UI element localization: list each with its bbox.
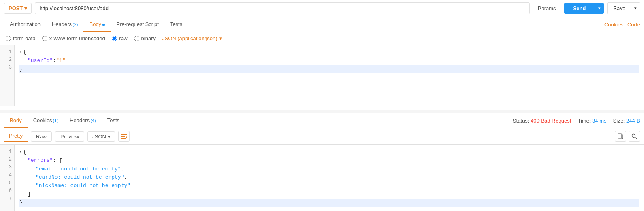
resp-line-3: "email: could not be empty" ,	[19, 165, 639, 174]
panel-divider	[0, 110, 644, 113]
resp-tab-cookies[interactable]: Cookies(1)	[28, 113, 64, 128]
response-code-lines: 1 2 3 4 5 6 7 ▾ { "errors" : [ "email: c…	[0, 145, 644, 211]
params-button[interactable]: Params	[533, 3, 561, 13]
resp-tab-tests[interactable]: Tests	[102, 113, 125, 128]
request-code-lines: 1 2 3 ▾ { "userId" : "1" }	[0, 45, 644, 106]
json-format-label: JSON (application/json)	[162, 35, 218, 41]
time-value: 34 ms	[592, 118, 606, 124]
req-line-2: "userId" : "1"	[19, 57, 639, 65]
method-select[interactable]: POST ▾	[4, 3, 32, 14]
svg-rect-4	[618, 134, 622, 138]
request-tabs: Authorization Headers(2) Body Pre-reques…	[0, 17, 644, 32]
response-format-row: Pretty Raw Preview JSON ▾	[0, 128, 644, 145]
method-chevron-icon: ▾	[24, 5, 27, 11]
format-chevron-icon: ▾	[219, 35, 222, 41]
form-data-radio[interactable]: form-data	[6, 35, 36, 41]
save-button-group: Save ▾	[607, 2, 640, 14]
toggle-arrow-icon: ▾	[19, 49, 22, 56]
top-bar: POST ▾ Params Send ▾ Save ▾	[0, 0, 644, 17]
response-line-numbers: 1 2 3 4 5 6 7	[0, 145, 15, 211]
size-value: 244 B	[626, 118, 640, 124]
response-code-area[interactable]: 1 2 3 4 5 6 7 ▾ { "errors" : [ "email: c…	[0, 145, 644, 211]
resp-line-7: }	[19, 199, 639, 207]
json-format-select[interactable]: JSON (application/json) ▾	[162, 35, 222, 41]
tab-body[interactable]: Body	[83, 17, 111, 32]
request-code-area[interactable]: 1 2 3 ▾ { "userId" : "1" }	[0, 45, 644, 110]
binary-radio[interactable]: binary	[134, 35, 156, 41]
method-label: POST	[9, 5, 23, 11]
send-dropdown-button[interactable]: ▾	[595, 3, 604, 14]
url-input[interactable]	[35, 2, 529, 14]
resp-line-5: "nickName: could not be empty"	[19, 182, 639, 190]
svg-rect-2	[121, 138, 126, 139]
resp-format-chevron-icon: ▾	[108, 133, 111, 140]
preview-button[interactable]: Preview	[55, 131, 84, 142]
resp-right-icons	[615, 131, 640, 142]
response-tabs: Body Cookies(1) Headers(4) Tests Status:…	[0, 113, 644, 128]
send-button-group: Send ▾	[564, 3, 604, 14]
resp-line-1: ▾ {	[19, 148, 639, 157]
status-value: 400 Bad Request	[531, 118, 571, 124]
cookies-link[interactable]: Cookies	[604, 22, 623, 28]
req-line-3: }	[19, 65, 639, 74]
response-code-content: ▾ { "errors" : [ "email: could not be em…	[15, 145, 644, 211]
urlencoded-radio[interactable]: x-www-form-urlencoded	[42, 35, 105, 41]
resp-json-format-select[interactable]: JSON ▾	[87, 131, 115, 142]
tab-headers[interactable]: Headers(2)	[46, 17, 84, 32]
request-code-content: ▾ { "userId" : "1" }	[15, 45, 644, 106]
resp-tab-body[interactable]: Body	[4, 113, 28, 128]
resp-tab-headers[interactable]: Headers(4)	[64, 113, 102, 128]
response-tab-right: Status: 400 Bad Request Time: 34 ms Size…	[513, 118, 640, 124]
resp-json-label: JSON	[92, 133, 106, 140]
copy-icon	[618, 133, 623, 139]
svg-line-6	[635, 137, 637, 139]
pretty-button[interactable]: Pretty	[4, 131, 28, 142]
tab-tests-req[interactable]: Tests	[164, 17, 188, 32]
raw-button[interactable]: Raw	[31, 131, 52, 142]
resp-line-4: "cardNo: could not be empty" ,	[19, 173, 639, 182]
search-button[interactable]	[629, 131, 640, 142]
req-line-1: ▾ {	[19, 48, 639, 57]
tab-prerequest[interactable]: Pre-request Script	[111, 17, 164, 32]
code-link[interactable]: Code	[627, 22, 640, 28]
search-icon	[631, 133, 637, 139]
status-label: Status:	[513, 118, 529, 124]
request-line-numbers: 1 2 3	[0, 45, 15, 106]
copy-button[interactable]	[615, 131, 626, 142]
request-tab-right: Cookies Code	[604, 22, 640, 28]
body-dot	[102, 24, 105, 26]
resp-toggle-arrow-icon: ▾	[19, 149, 22, 155]
wrap-icon	[121, 133, 127, 139]
save-dropdown-button[interactable]: ▾	[631, 2, 640, 14]
size-label: Size:	[613, 118, 625, 124]
resp-line-6: ]	[19, 190, 639, 199]
save-button[interactable]: Save	[607, 2, 631, 14]
send-button[interactable]: Send	[564, 3, 595, 14]
wrap-button[interactable]	[118, 131, 130, 142]
resp-line-2: "errors" : [	[19, 157, 639, 165]
time-label: Time:	[578, 118, 591, 124]
svg-rect-1	[121, 136, 125, 137]
tab-authorization[interactable]: Authorization	[4, 17, 46, 32]
svg-rect-0	[121, 134, 127, 135]
raw-radio[interactable]: raw	[112, 35, 128, 41]
body-type-row: form-data x-www-form-urlencoded raw bina…	[0, 32, 644, 45]
